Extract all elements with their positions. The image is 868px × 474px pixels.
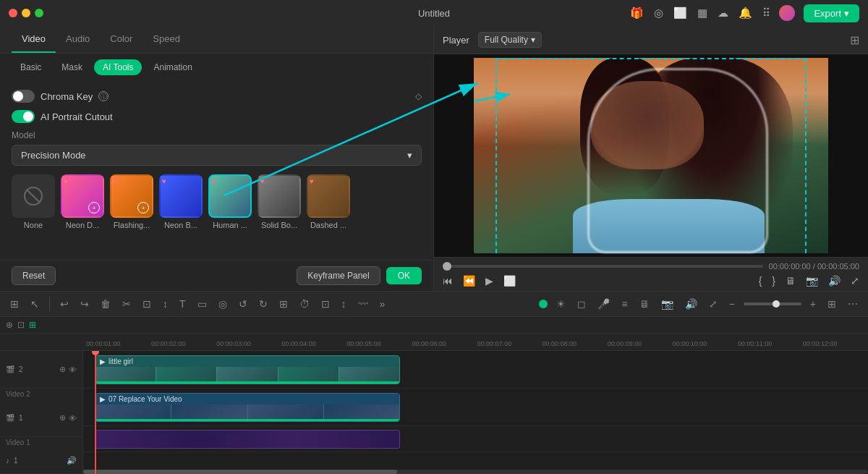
add-badge-1: + (88, 202, 100, 213)
ruler-marks: 00:00:01:00 00:00:02:00 00:00:03:00 00:0… (83, 337, 868, 347)
tool-effect[interactable]: ↻ (256, 295, 271, 313)
tool-text[interactable]: T (176, 295, 189, 313)
circle-icon[interactable]: ◎ (654, 7, 663, 20)
grid-icon[interactable]: ▦ (697, 7, 707, 20)
video1-clip[interactable]: ▶ 07 Replace Your Video (95, 393, 400, 422)
tool-cursor[interactable]: ↖ (27, 295, 42, 313)
tool-more2[interactable]: ⋯ (845, 295, 861, 313)
tab-video[interactable]: Video (12, 26, 56, 53)
step-back-btn[interactable]: ⏪ (463, 275, 475, 287)
stop-btn[interactable]: ⬜ (503, 275, 516, 287)
tool-crop[interactable]: ⊡ (140, 295, 154, 313)
chroma-key-toggle[interactable] (12, 90, 35, 103)
bracket-right-btn[interactable]: } (772, 275, 775, 287)
bell-icon[interactable]: 🔔 (739, 7, 752, 20)
subtab-mask[interactable]: Mask (53, 59, 91, 75)
tool-wave[interactable]: 〰 (355, 295, 371, 313)
grid-view-icon[interactable]: ⊞ (850, 33, 859, 47)
subtab-aitools[interactable]: AI Tools (94, 59, 142, 75)
track-row-video2: ▶ little girl (83, 351, 868, 389)
effect-flashing[interactable]: ♥ + Flashing... (110, 174, 153, 229)
heart-badge-6: ♥ (310, 177, 314, 185)
minimize-button[interactable] (22, 9, 30, 17)
effect-human[interactable]: ♥ Human ... (208, 174, 252, 229)
tab-speed[interactable]: Speed (142, 26, 190, 53)
quality-dropdown[interactable]: Full Quality ▾ (478, 32, 542, 48)
effect-dashed[interactable]: ♥ Dashed ... (307, 174, 350, 229)
tool-adjust[interactable]: ↕ (339, 295, 349, 313)
maximize-button[interactable] (35, 9, 43, 17)
tool-split[interactable]: ↕ (160, 295, 171, 313)
cloud-icon[interactable]: ☁ (718, 7, 728, 20)
tool-layout[interactable]: ⊞ (825, 295, 839, 313)
audio-vol[interactable]: 🔊 (67, 456, 77, 465)
tool-more[interactable]: » (377, 295, 388, 313)
skip-back-btn[interactable]: ⏮ (443, 275, 453, 287)
apps-icon[interactable]: ⠿ (762, 7, 770, 20)
tool-undo[interactable]: ↩ (57, 295, 72, 313)
track2-eye[interactable]: 👁 (69, 365, 77, 374)
tool-mic[interactable]: 🎤 (595, 295, 613, 313)
video2-clip[interactable]: ▶ little girl (95, 355, 400, 384)
tl-scene-icon[interactable]: ⊡ (17, 320, 25, 330)
volume-btn[interactable]: 🔊 (828, 275, 841, 287)
tool-resize[interactable]: ⊡ (318, 295, 333, 313)
tool-shape[interactable]: ▭ (195, 295, 210, 313)
reset-button[interactable]: Reset (12, 266, 56, 285)
track1-add[interactable]: ⊕ (59, 413, 66, 423)
zoom-slider[interactable] (744, 302, 801, 305)
player-progress-bar[interactable] (443, 265, 763, 268)
effect-solid[interactable]: ♥ Solid Bo... (258, 174, 301, 229)
screen-icon[interactable]: ⬜ (673, 7, 687, 20)
expand-btn[interactable]: ⤢ (851, 275, 859, 287)
tool-vol[interactable]: 🔊 (682, 295, 700, 313)
model-dropdown[interactable]: Precision Mode ▾ (12, 145, 422, 166)
tool-shield[interactable]: ◻ (574, 295, 589, 313)
play-btn[interactable]: ▶ (485, 275, 493, 287)
ok-button[interactable]: OK (386, 267, 422, 284)
playhead[interactable] (95, 351, 96, 474)
tool-redo[interactable]: ↪ (77, 295, 92, 313)
zoom-out-icon[interactable]: − (726, 295, 738, 313)
track1-eye[interactable]: 👁 (69, 414, 77, 423)
tool-screen2[interactable]: 🖥 (637, 295, 652, 313)
close-button[interactable] (9, 9, 17, 17)
camera-btn[interactable]: 📷 (806, 275, 818, 287)
tool-cut[interactable]: ✂ (119, 295, 134, 313)
effect-neon-b[interactable]: ♥ Neon B... (159, 174, 203, 229)
tool-overlay[interactable]: ⊞ (276, 295, 291, 313)
tool-rotate[interactable]: ↺ (236, 295, 250, 313)
tool-snapshot[interactable]: 📷 (658, 295, 676, 313)
zoom-in-icon[interactable]: + (807, 295, 819, 313)
bracket-left-btn[interactable]: { (759, 275, 762, 287)
track2-add[interactable]: ⊕ (59, 365, 66, 374)
player-timeline-thumb[interactable] (443, 262, 451, 271)
keyframe-button[interactable]: Keyframe Panel (297, 266, 380, 285)
tool-list[interactable]: ≡ (618, 295, 630, 313)
tl-add-icon[interactable]: ⊕ (6, 320, 13, 330)
heart-badge-1: ♥ (64, 177, 68, 185)
audio-clip[interactable] (95, 430, 400, 449)
subtab-basic[interactable]: Basic (12, 59, 50, 75)
tab-audio[interactable]: Audio (56, 26, 100, 53)
chroma-key-info[interactable]: ⓘ (98, 91, 109, 101)
export-button[interactable]: Export ▾ (804, 4, 859, 22)
avatar[interactable] (779, 5, 795, 21)
tool-sun[interactable]: ☀ (553, 295, 569, 313)
effect-neon-d[interactable]: ♥ + Neon D... (61, 174, 104, 229)
timeline-scrollbar[interactable] (83, 470, 868, 474)
gift-icon[interactable]: 🎁 (630, 7, 644, 20)
tool-delete[interactable]: 🗑 (98, 295, 114, 313)
scrollbar-thumb[interactable] (83, 470, 397, 474)
tab-color[interactable]: Color (100, 26, 142, 53)
tl-snap-icon[interactable]: ⊞ (29, 320, 36, 330)
tool-sticker[interactable]: ◎ (216, 295, 230, 313)
ai-portrait-toggle[interactable] (12, 110, 35, 123)
tool-timer[interactable]: ⏱ (297, 295, 312, 313)
subtab-animation[interactable]: Animation (145, 59, 200, 75)
clip-btn[interactable]: 🖥 (786, 275, 796, 287)
tool-grid[interactable]: ⊞ (7, 295, 22, 313)
effect-none[interactable]: None (12, 174, 55, 229)
tool-expand2[interactable]: ⤢ (706, 295, 720, 313)
diamond-icon[interactable]: ◇ (415, 91, 422, 101)
